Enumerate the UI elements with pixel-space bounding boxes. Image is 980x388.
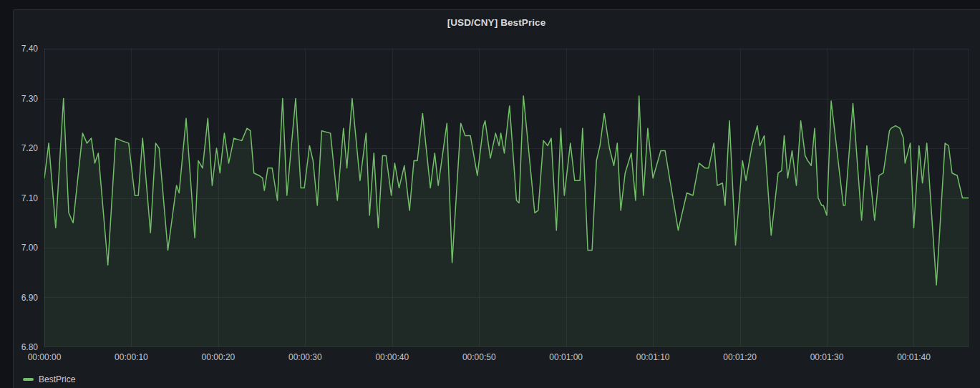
y-axis-tick-label: 7.40 bbox=[0, 44, 38, 54]
x-axis-tick-label: 00:01:40 bbox=[881, 352, 946, 362]
y-axis-tick-label: 7.10 bbox=[0, 193, 38, 203]
x-axis-tick-label: 00:00:00 bbox=[12, 352, 77, 362]
plot-area[interactable] bbox=[44, 49, 969, 347]
x-axis-tick-label: 00:01:10 bbox=[621, 352, 685, 362]
x-axis-tick-label: 00:00:50 bbox=[447, 352, 511, 362]
y-axis-tick-label: 6.90 bbox=[0, 293, 38, 303]
y-axis-tick-label: 7.00 bbox=[0, 243, 38, 253]
y-axis-tick-label: 6.80 bbox=[0, 342, 38, 352]
x-axis-tick-label: 00:00:30 bbox=[273, 352, 337, 362]
y-axis-tick-label: 7.30 bbox=[0, 94, 38, 104]
series-color-marker-icon bbox=[23, 378, 34, 381]
x-axis-tick-label: 00:00:20 bbox=[186, 352, 251, 362]
x-axis-tick-label: 00:01:30 bbox=[795, 352, 859, 362]
x-axis-tick-label: 00:00:40 bbox=[360, 352, 424, 362]
x-axis-tick-label: 00:01:00 bbox=[534, 352, 598, 362]
legend-series-label: BestPrice bbox=[39, 374, 75, 384]
y-axis-tick-label: 7.20 bbox=[0, 143, 38, 153]
timeseries-svg[interactable] bbox=[44, 49, 969, 347]
legend-item-bestprice[interactable]: BestPrice bbox=[23, 374, 75, 385]
x-axis-tick-label: 00:00:10 bbox=[99, 352, 163, 362]
panel-title[interactable]: [USD/CNY] BestPrice bbox=[13, 17, 980, 28]
x-axis-tick-label: 00:01:20 bbox=[708, 352, 772, 362]
